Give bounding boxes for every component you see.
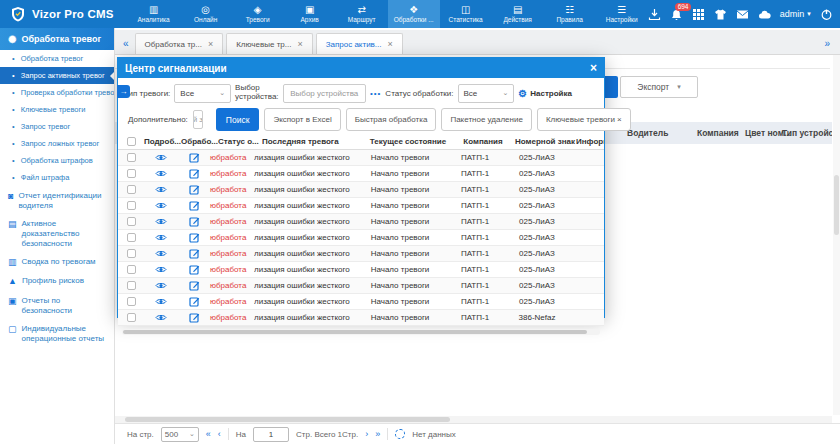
- table-row[interactable]: юбработа лизация ошибки жесткого Начало …: [118, 310, 604, 326]
- top-nav-item[interactable]: ☷ Правила: [544, 0, 596, 28]
- sidebar-item[interactable]: Запрос тревог: [0, 118, 114, 135]
- tab-close-icon[interactable]: ×: [388, 39, 393, 49]
- modal-scrollbar-thumb[interactable]: [123, 330, 587, 334]
- eye-icon[interactable]: [155, 313, 167, 322]
- table-row[interactable]: юбработа лизация ошибки жесткого Начало …: [118, 230, 604, 246]
- table-row[interactable]: юбработа лизация ошибки жесткого Начало …: [118, 166, 604, 182]
- edit-icon[interactable]: [189, 152, 200, 163]
- row-checkbox[interactable]: [127, 233, 136, 242]
- table-row[interactable]: юбработа лизация ошибки жесткого Начало …: [118, 214, 604, 230]
- eye-icon[interactable]: [155, 297, 167, 306]
- settings-button[interactable]: ⚙ Настройка: [518, 88, 598, 99]
- page-number-input[interactable]: 1: [253, 427, 289, 442]
- tab-close-icon[interactable]: ×: [297, 39, 302, 49]
- row-checkbox[interactable]: [127, 169, 136, 178]
- top-nav-item[interactable]: ▤ Действия: [492, 0, 544, 28]
- device-select-input[interactable]: Выбор устройства: [283, 84, 366, 103]
- top-nav-item[interactable]: ❖ Обработки ...: [388, 0, 440, 28]
- key-alarms-chip[interactable]: Ключевые тревоги ×: [537, 108, 631, 131]
- modal-header[interactable]: Центр сигнализации ×: [118, 58, 604, 78]
- sidebar-module-item[interactable]: ▣ Отчеты по безопасности: [0, 291, 114, 319]
- next-page-icon[interactable]: ›: [365, 429, 368, 439]
- batch-delete-button[interactable]: Пакетное удаление: [441, 108, 531, 131]
- power-icon[interactable]: [820, 8, 833, 21]
- eye-icon[interactable]: [155, 201, 167, 210]
- vertical-scrollbar[interactable]: [833, 55, 840, 415]
- eye-icon[interactable]: [155, 153, 167, 162]
- edit-icon[interactable]: [189, 312, 200, 323]
- export-excel-button[interactable]: Экспорт в Excel: [264, 108, 340, 131]
- row-checkbox[interactable]: [127, 313, 136, 322]
- sidebar-module-item[interactable]: ▥ Сводка по тревогам: [0, 252, 114, 271]
- top-nav-item[interactable]: ☰ Настройки: [596, 0, 648, 28]
- shirt-icon[interactable]: [714, 8, 727, 21]
- table-row[interactable]: юбработа лизация ошибки жесткого Начало …: [118, 246, 604, 262]
- row-checkbox[interactable]: [127, 265, 136, 274]
- user-menu[interactable]: admin ▾: [780, 9, 811, 19]
- tab[interactable]: Обработка тр... ×: [135, 33, 224, 54]
- extra-filter-input[interactable]: Номерной знак/Комп: [193, 110, 203, 129]
- row-checkbox[interactable]: [127, 281, 136, 290]
- horizontal-scrollbar[interactable]: [115, 416, 832, 423]
- row-checkbox[interactable]: [127, 185, 136, 194]
- first-page-icon[interactable]: «: [206, 429, 211, 439]
- prev-page-icon[interactable]: ‹: [218, 429, 221, 439]
- table-row[interactable]: юбработа лизация ошибки жесткого Начало …: [118, 198, 604, 214]
- sidebar-group-alarm-processing[interactable]: ✺ Обработка тревог: [0, 28, 114, 50]
- top-nav-item[interactable]: ⇄ Маршрут: [336, 0, 388, 28]
- mail-icon[interactable]: [736, 8, 749, 21]
- row-checkbox[interactable]: [127, 249, 136, 258]
- cloud-icon[interactable]: [758, 8, 771, 21]
- sidebar-item[interactable]: Ключевые тревоги: [0, 101, 114, 118]
- modal-horizontal-scrollbar[interactable]: [122, 329, 600, 335]
- edit-icon[interactable]: [189, 232, 200, 243]
- sidebar-module-item[interactable]: ▲ Профиль рисков: [0, 271, 114, 290]
- top-nav-item[interactable]: ◈ Тревоги: [232, 0, 284, 28]
- refresh-icon[interactable]: [395, 429, 405, 439]
- sidebar-item[interactable]: Файл штрафа: [0, 169, 114, 186]
- edit-icon[interactable]: [189, 280, 200, 291]
- close-icon[interactable]: ×: [590, 61, 597, 75]
- tabs-scroll-left-icon[interactable]: «: [115, 38, 135, 54]
- sidebar-item[interactable]: Запрос ложных тревог: [0, 135, 114, 152]
- edit-icon[interactable]: [189, 216, 200, 227]
- eye-icon[interactable]: [155, 185, 167, 194]
- quick-process-button[interactable]: Быстрая обработка: [346, 108, 437, 131]
- sidebar-item[interactable]: Проверка обработки тревог: [0, 84, 114, 101]
- row-checkbox[interactable]: [127, 297, 136, 306]
- row-checkbox[interactable]: [127, 217, 136, 226]
- export-dropdown-button[interactable]: Экспорт ▾: [620, 76, 698, 98]
- edit-icon[interactable]: [189, 264, 200, 275]
- row-checkbox[interactable]: [127, 201, 136, 210]
- eye-icon[interactable]: [155, 217, 167, 226]
- table-row[interactable]: юбработа лизация ошибки жесткого Начало …: [118, 294, 604, 310]
- top-nav-item[interactable]: ▣ Архив: [284, 0, 336, 28]
- table-row[interactable]: юбработа лизация ошибки жесткого Начало …: [118, 262, 604, 278]
- top-nav-item[interactable]: ◎ Онлайн: [180, 0, 232, 28]
- edit-icon[interactable]: [189, 168, 200, 179]
- eye-icon[interactable]: [155, 169, 167, 178]
- row-checkbox[interactable]: [127, 153, 136, 162]
- per-page-select[interactable]: 500 ⌄: [161, 427, 199, 442]
- top-nav-item[interactable]: ▥ Аналитика: [128, 0, 180, 28]
- eye-icon[interactable]: [155, 281, 167, 290]
- edit-icon[interactable]: [189, 248, 200, 259]
- tab[interactable]: Запрос актив... ×: [316, 33, 403, 54]
- tab[interactable]: Ключевые тр... ×: [226, 33, 313, 54]
- apps-grid-icon[interactable]: [692, 8, 705, 21]
- sidebar-item[interactable]: Запрос активных тревог: [0, 67, 114, 84]
- sidebar-module-item[interactable]: ◙ Отчет идентификации водителя: [0, 186, 114, 214]
- download-icon[interactable]: [648, 8, 661, 21]
- vertical-scrollbar-thumb[interactable]: [834, 175, 839, 235]
- sidebar-module-item[interactable]: ▤ Активное доказательство безопасности: [0, 214, 114, 252]
- select-all-checkbox[interactable]: [127, 137, 136, 146]
- search-button[interactable]: Поиск: [216, 108, 260, 131]
- alarm-bell-button[interactable]: 694: [670, 8, 683, 21]
- sidebar-item[interactable]: Обработка тревог: [0, 50, 114, 67]
- tabs-scroll-right-icon[interactable]: »: [816, 38, 840, 54]
- horizontal-scrollbar-thumb[interactable]: [125, 417, 450, 422]
- edit-icon[interactable]: [189, 184, 200, 195]
- collapse-arrow-button[interactable]: →: [117, 85, 130, 98]
- edit-icon[interactable]: [189, 200, 200, 211]
- table-row[interactable]: юбработа лизация ошибки жесткого Начало …: [118, 150, 604, 166]
